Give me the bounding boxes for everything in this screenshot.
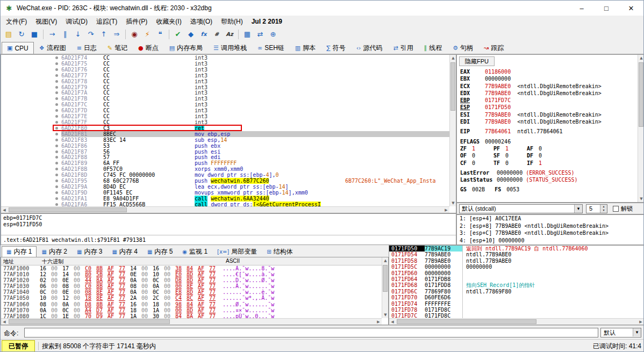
registers-vertical-scrollbar[interactable]: ▲ ▼ [638,55,644,202]
register-row-eflags[interactable]: EFLAGS00000246 [460,138,638,145]
scroll-left-icon[interactable]: ◀ [389,319,396,325]
breakpoint-dot[interactable] [55,156,58,159]
patch-button[interactable]: ⚡ [141,28,154,40]
tab-references[interactable]: ⇄引用 [388,42,418,54]
strings-button[interactable]: Az [223,28,236,40]
disasm-row[interactable]: 6AD21F79CCint3 [1,84,449,90]
command-mode-select[interactable]: 默认 ▾ [600,328,641,337]
breakpoint-dot[interactable] [55,68,58,71]
dump-row[interactable]: 77AF10801C001E0070D9AF771A003000848AAF77… [1,313,382,318]
tab-memory-5[interactable]: ▦内存 5 [142,246,177,257]
dump-row[interactable]: 77AF106008000A00D88BAF77160018009884AF77… [1,301,382,307]
step-over-button[interactable]: ↷ [84,28,97,40]
last-status-row[interactable]: LastStatus00000000 (STATUS_SUCCESS) [460,176,638,183]
open-file-button[interactable]: ▤ [2,28,15,40]
breakpoint-dot[interactable] [55,162,58,164]
disasm-row[interactable]: 6AD21F8383EC 14sub esp,14 [1,137,449,143]
step-into-button[interactable]: ↓ [71,28,84,40]
disasm-row[interactable]: 6AD21F8756push esi [1,149,449,155]
flags-row[interactable]: ZF1PF1AF0 [460,145,638,152]
segments-row[interactable]: GS002B FS0053 [460,186,638,193]
disasm-row[interactable]: 6AD21F8653push ebx [1,143,449,149]
tab-watch-1[interactable]: ◉监视 1 [177,246,212,257]
dump-row[interactable]: 77AF10700A000C00A4D7AF7718001A00008DAF77… [1,307,382,313]
scroll-thumb[interactable] [450,62,455,111]
disasm-row[interactable]: 6AD21F7ECCint3 [1,113,449,119]
breakpoint-dot[interactable] [55,62,58,65]
tab-log[interactable]: ≡日志 [71,42,102,54]
menu-item-favourites[interactable]: 收藏夹(I) [152,16,185,28]
scroll-left-icon[interactable]: ◀ [1,207,8,213]
breakpoint-dot[interactable] [55,127,58,130]
globe-button[interactable]: ⊕ [267,28,280,40]
spinner-arrows-icon[interactable]: ▴▾ [600,205,607,213]
calling-convention-select[interactable]: 默认 (stdcall) ▾ [459,204,583,213]
scroll-thumb[interactable] [9,319,170,324]
breakpoint-dot[interactable] [55,203,58,206]
breakpoint-dot[interactable] [55,185,58,188]
disasm-row[interactable]: 6AD21F80C3ret [1,125,449,131]
tab-handles[interactable]: ⚙句柄 [447,42,478,54]
argument-row[interactable]: 3: [esp+C] 77B9ABE0 <ntdll.DbgUiRemoteBr… [457,229,644,237]
tab-memory-map[interactable]: ▤内存布局 [164,42,208,54]
stack-row[interactable]: 0171FD780171FD8C [389,307,644,313]
chevron-down-icon[interactable]: ▾ [574,205,582,213]
disasm-row[interactable]: 6AD21F7CCCint3 [1,102,449,107]
disasm-row[interactable]: 6AD21F75CCint3 [1,61,449,67]
stack-row[interactable]: 0171FD7C0171FD8C [389,313,644,318]
dump-horizontal-scrollbar[interactable]: ◀ ▶ [1,318,382,325]
menu-item-trace[interactable]: 追踪(T) [92,16,121,28]
menu-item-view[interactable]: 视图(V) [31,16,61,28]
disasm-row[interactable]: 6AD21F896A FFpush FFFFFFFF [1,160,449,166]
breakpoint-dot[interactable] [55,121,58,124]
chevron-down-icon[interactable]: ▾ [633,328,641,336]
pause-button[interactable]: ∥ [59,28,71,40]
tab-memory-3[interactable]: ▦内存 3 [72,246,107,257]
stack-row[interactable]: 0171FD6000000000 [389,270,644,276]
argument-row[interactable]: 1: [esp+4] A0C17EEA [457,215,644,222]
breakpoint-dot[interactable] [55,86,58,89]
minimize-button[interactable]: – [569,1,594,16]
stack-row[interactable]: 0171FD5C0000000000000000 [389,264,644,270]
unlock-checkbox[interactable]: 解锁 [613,205,633,213]
check-button[interactable]: ✔ [171,28,184,40]
scroll-down-icon[interactable]: ▼ [382,312,389,318]
scroll-right-icon[interactable]: ▶ [443,207,449,213]
references-button[interactable]: ⇄ [254,28,267,40]
scroll-thumb[interactable] [383,265,388,292]
hide-fpu-button[interactable]: 隐藏FPU [459,56,495,66]
checkbox-box[interactable] [613,206,619,212]
register-row-edi[interactable]: EDI77B9ABE0 <ntdll.DbgUiRemoteBreakin> [460,118,638,125]
tab-symbols[interactable]: ∑符号 [321,42,350,54]
register-row-edx[interactable]: EDX77B9ABE0 <ntdll.DbgUiRemoteBreakin> [460,90,638,97]
breakpoint-dot[interactable] [55,115,58,118]
disasm-row[interactable]: 6AD21F74CCint3 [1,55,449,61]
tab-seh[interactable]: ∞SEH链 [252,42,290,54]
scroll-right-icon[interactable]: ▶ [638,319,644,325]
dump-row[interactable]: 77AF101012001400805BAF770E001000E08DAF77… [1,271,382,277]
register-row-esi[interactable]: ESI77B9ABE0 <ntdll.DbgUiRemoteBreakin> [460,111,638,118]
stack-row[interactable]: 0171FD70D60FE6D6 [389,294,644,300]
menu-item-file[interactable]: 文件(F) [2,16,31,28]
step-out-button[interactable]: ↑ [97,28,110,40]
breakpoint-dot[interactable] [55,191,58,194]
register-row-eip[interactable]: EIP77B64061 ntdll.77B64061 [460,128,638,135]
breakpoint-dot[interactable] [55,197,58,200]
argument-count-spinner[interactable]: 5 ▴▾ [586,204,607,213]
disasm-row[interactable]: 6AD21F8DC745 FC 00000000mov dword ptr ss… [1,172,449,178]
disasm-row[interactable]: 6AD21F8857push edi [1,154,449,160]
breakpoint-dot[interactable] [55,56,58,59]
register-row-ecx[interactable]: ECX77B9ABE0 <ntdll.DbgUiRemoteBreakin> [460,83,638,90]
disasm-row[interactable]: 6AD21F7FCCint3 [1,119,449,125]
disasm-row[interactable]: 6AD21F818BECmov ebp,esp [1,131,449,137]
comment-button[interactable]: ❝ [154,28,167,40]
breakpoint-dot[interactable] [55,133,58,135]
breakpoint-dot[interactable] [55,179,58,182]
run-button[interactable]: → [46,28,59,40]
argument-row[interactable]: 2: [esp+8] 77B9ABE0 <ntdll.DbgUiRemoteBr… [457,222,644,230]
disasm-row[interactable]: 6AD21F7BCCint3 [1,96,449,102]
scroll-right-icon[interactable]: ▶ [375,319,382,325]
scroll-down-icon[interactable]: ▼ [638,196,644,202]
scroll-thumb[interactable] [397,319,536,324]
breakpoint-dot[interactable] [55,168,58,170]
